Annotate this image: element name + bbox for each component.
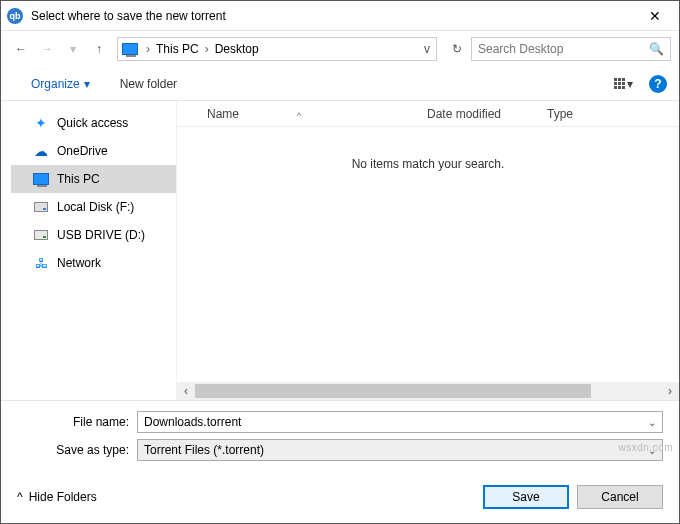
hide-folders-button[interactable]: ^ Hide Folders bbox=[17, 490, 97, 504]
drive-icon bbox=[33, 199, 49, 215]
tree-label: Local Disk (F:) bbox=[57, 200, 134, 214]
tree-quick-access[interactable]: ✦ Quick access bbox=[11, 109, 176, 137]
tree-label: Network bbox=[57, 256, 101, 270]
network-icon: 🖧 bbox=[33, 255, 49, 271]
tree-usb-drive[interactable]: USB DRIVE (D:) bbox=[11, 221, 176, 249]
crumb-sep-icon[interactable]: › bbox=[144, 42, 152, 56]
saveastype-label: Save as type: bbox=[17, 443, 137, 457]
this-pc-icon bbox=[122, 43, 138, 55]
organize-button[interactable]: Organize ▾ bbox=[31, 77, 90, 91]
tree-label: This PC bbox=[57, 172, 100, 186]
filename-value: Downloads.torrent bbox=[144, 415, 241, 429]
tree-onedrive[interactable]: ☁ OneDrive bbox=[11, 137, 176, 165]
view-grid-icon bbox=[614, 78, 625, 89]
organize-label: Organize bbox=[31, 77, 80, 91]
scroll-thumb[interactable] bbox=[195, 384, 591, 398]
hide-folders-label: Hide Folders bbox=[29, 490, 97, 504]
column-name[interactable]: ^ Name bbox=[177, 107, 427, 121]
file-list-area: ^ Name Date modified Type No items match… bbox=[176, 101, 679, 400]
address-bar[interactable]: › This PC › Desktop v bbox=[117, 37, 437, 61]
column-headers: ^ Name Date modified Type bbox=[177, 101, 679, 127]
body: ✦ Quick access ☁ OneDrive This PC Local … bbox=[1, 101, 679, 400]
save-button[interactable]: Save bbox=[483, 485, 569, 509]
window-title: Select where to save the new torrent bbox=[31, 9, 637, 23]
empty-message: No items match your search. bbox=[177, 127, 679, 382]
nav-row: ← → ▾ ↑ › This PC › Desktop v ↻ Search D… bbox=[1, 31, 679, 67]
crumb-this-pc[interactable]: This PC bbox=[152, 42, 203, 56]
column-type[interactable]: Type bbox=[547, 107, 679, 121]
tree-label: USB DRIVE (D:) bbox=[57, 228, 145, 242]
filename-label: File name: bbox=[17, 415, 137, 429]
nav-tree: ✦ Quick access ☁ OneDrive This PC Local … bbox=[1, 101, 176, 400]
save-dialog: qb Select where to save the new torrent … bbox=[0, 0, 680, 524]
saveastype-value: Torrent Files (*.torrent) bbox=[144, 443, 264, 457]
scroll-right-icon[interactable]: › bbox=[661, 382, 679, 400]
chevron-down-icon: ▾ bbox=[627, 77, 633, 91]
sort-asc-icon: ^ bbox=[297, 111, 301, 121]
toolbar: Organize ▾ New folder ▾ ? bbox=[1, 67, 679, 101]
form-area: File name: Downloads.torrent ⌄ Save as t… bbox=[1, 400, 679, 475]
recent-dropdown-icon[interactable]: ▾ bbox=[61, 37, 85, 61]
tree-network[interactable]: 🖧 Network bbox=[11, 249, 176, 277]
back-button[interactable]: ← bbox=[9, 37, 33, 61]
search-icon: 🔍 bbox=[649, 42, 664, 56]
view-options-button[interactable]: ▾ bbox=[610, 75, 637, 93]
help-button[interactable]: ? bbox=[649, 75, 667, 93]
watermark: wsxdn.com bbox=[618, 442, 673, 453]
footer: ^ Hide Folders Save Cancel bbox=[1, 475, 679, 523]
horizontal-scrollbar[interactable]: ‹ › bbox=[177, 382, 679, 400]
saveastype-select[interactable]: Torrent Files (*.torrent) ⌄ bbox=[137, 439, 663, 461]
this-pc-icon bbox=[33, 171, 49, 187]
tree-local-disk[interactable]: Local Disk (F:) bbox=[11, 193, 176, 221]
crumb-desktop[interactable]: Desktop bbox=[211, 42, 263, 56]
filename-input[interactable]: Downloads.torrent ⌄ bbox=[137, 411, 663, 433]
app-icon: qb bbox=[7, 8, 23, 24]
usb-drive-icon bbox=[33, 227, 49, 243]
crumb-sep-icon[interactable]: › bbox=[203, 42, 211, 56]
up-button[interactable]: ↑ bbox=[87, 37, 111, 61]
tree-label: Quick access bbox=[57, 116, 128, 130]
forward-button: → bbox=[35, 37, 59, 61]
search-input[interactable]: Search Desktop 🔍 bbox=[471, 37, 671, 61]
star-icon: ✦ bbox=[33, 115, 49, 131]
column-date[interactable]: Date modified bbox=[427, 107, 547, 121]
scroll-track[interactable] bbox=[195, 382, 661, 400]
chevron-down-icon: ▾ bbox=[84, 77, 90, 91]
cancel-button[interactable]: Cancel bbox=[577, 485, 663, 509]
refresh-button[interactable]: ↻ bbox=[445, 37, 469, 61]
cloud-icon: ☁ bbox=[33, 143, 49, 159]
tree-this-pc[interactable]: This PC bbox=[11, 165, 176, 193]
scroll-left-icon[interactable]: ‹ bbox=[177, 382, 195, 400]
tree-label: OneDrive bbox=[57, 144, 108, 158]
search-placeholder: Search Desktop bbox=[478, 42, 643, 56]
new-folder-button[interactable]: New folder bbox=[120, 77, 177, 91]
chevron-up-icon: ^ bbox=[17, 490, 23, 504]
chevron-down-icon[interactable]: ⌄ bbox=[648, 417, 656, 428]
column-name-label: Name bbox=[207, 107, 239, 121]
close-icon[interactable]: ✕ bbox=[637, 8, 673, 24]
title-bar: qb Select where to save the new torrent … bbox=[1, 1, 679, 31]
address-dropdown-icon[interactable]: v bbox=[420, 42, 434, 56]
